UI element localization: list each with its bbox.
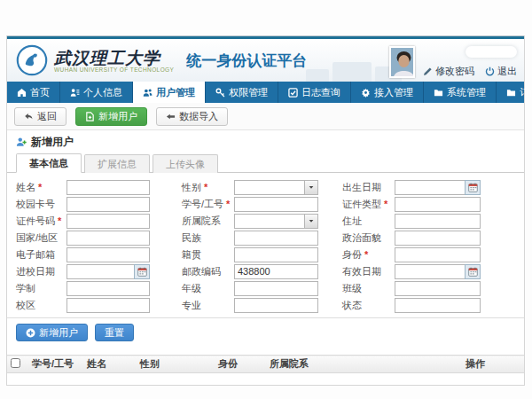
doc-plus-icon bbox=[85, 112, 95, 121]
change-password-label: 修改密码 bbox=[435, 65, 474, 78]
home-icon bbox=[17, 88, 27, 98]
field-cell-political-status bbox=[395, 230, 481, 246]
student-id-input[interactable] bbox=[234, 197, 318, 212]
nav-item-subscription-management[interactable]: 订阅管理 bbox=[497, 82, 532, 103]
reset-button-label: 重置 bbox=[105, 326, 124, 340]
field-label-education-length: 学制 bbox=[16, 280, 66, 296]
required-asterisk: * bbox=[226, 199, 230, 209]
enroll-date-date-field bbox=[66, 264, 150, 279]
dropdown-button[interactable] bbox=[304, 215, 317, 228]
field-cell-identity bbox=[395, 246, 481, 262]
email-input[interactable] bbox=[66, 247, 150, 262]
field-label-native-place: 籍贯 bbox=[150, 246, 234, 262]
calendar-button[interactable] bbox=[465, 180, 481, 195]
column-header-student-id: 学号/工号 bbox=[28, 356, 83, 373]
department-select[interactable] bbox=[234, 214, 318, 229]
university-wordmark: 武汉理工大学 WUHAN UNIVERSITY OF TECHNOLOGY bbox=[54, 49, 174, 73]
country-region-input[interactable] bbox=[66, 231, 150, 246]
data-import-button[interactable]: 数据导入 bbox=[156, 107, 228, 126]
tab-extended-info[interactable]: 扩展信息 bbox=[84, 154, 150, 173]
field-cell-country-region bbox=[66, 230, 150, 246]
birth-date-input[interactable] bbox=[395, 180, 465, 195]
change-password-link[interactable]: 修改密码 bbox=[423, 65, 474, 78]
id-number-input[interactable] bbox=[66, 214, 150, 229]
id-type-input[interactable] bbox=[395, 197, 481, 212]
name-input[interactable] bbox=[66, 180, 150, 195]
field-cell-id-number bbox=[66, 213, 150, 229]
required-asterisk: * bbox=[364, 249, 368, 260]
university-name-en: WUHAN UNIVERSITY OF TECHNOLOGY bbox=[54, 66, 174, 73]
nav-item-home[interactable]: 首页 bbox=[7, 82, 60, 103]
user-avatar bbox=[389, 46, 415, 78]
campus-card-no-input[interactable] bbox=[66, 197, 150, 212]
required-asterisk: * bbox=[38, 182, 42, 192]
gender-select-value bbox=[235, 181, 304, 194]
identity-input[interactable] bbox=[395, 247, 481, 262]
nav-item-access-management[interactable]: 接入管理 bbox=[351, 82, 424, 103]
user-table: 学号/工号姓名性别身份所属院系操作 bbox=[7, 355, 524, 385]
logout-link[interactable]: 退出 bbox=[485, 65, 517, 78]
political-status-input[interactable] bbox=[395, 231, 481, 246]
submit-add-user-button[interactable]: 新增用户 bbox=[16, 324, 88, 341]
reset-button[interactable]: 重置 bbox=[95, 324, 134, 341]
nav-item-label: 权限管理 bbox=[229, 86, 268, 99]
field-label-campus: 校区 bbox=[16, 297, 66, 313]
major-input[interactable] bbox=[234, 298, 318, 313]
plus-circle-icon bbox=[26, 328, 35, 338]
valid-date-input[interactable] bbox=[395, 264, 465, 279]
field-label-address: 住址 bbox=[318, 213, 395, 229]
nav-item-permission-management[interactable]: 权限管理 bbox=[206, 82, 278, 103]
education-length-input[interactable] bbox=[66, 281, 150, 296]
dropdown-button[interactable] bbox=[304, 181, 317, 194]
grade-input[interactable] bbox=[234, 281, 318, 296]
nav-item-label: 个人信息 bbox=[83, 86, 122, 99]
redacted-username bbox=[466, 46, 517, 58]
tab-basic-info[interactable]: 基本信息 bbox=[16, 153, 82, 173]
field-label-country-region: 国家/地区 bbox=[16, 230, 66, 246]
postal-code-input[interactable] bbox=[234, 264, 318, 279]
field-cell-native-place bbox=[234, 246, 318, 262]
field-cell-address bbox=[395, 213, 481, 229]
nav-item-personal-info[interactable]: 个人信息 bbox=[60, 82, 133, 103]
calendar-button[interactable] bbox=[465, 264, 481, 279]
nav-item-user-management[interactable]: 用户管理 bbox=[133, 82, 206, 103]
calendar-button[interactable] bbox=[134, 264, 150, 279]
tab-upload-avatar[interactable]: 上传头像 bbox=[153, 154, 218, 173]
back-button[interactable]: 返回 bbox=[14, 107, 66, 126]
field-cell-gender bbox=[234, 179, 318, 195]
class-input[interactable] bbox=[395, 281, 481, 296]
university-name-cn: 武汉理工大学 bbox=[54, 49, 174, 66]
field-label-identity: 身份* bbox=[318, 246, 395, 262]
field-label-department: 所属院系 bbox=[150, 213, 234, 229]
required-asterisk: * bbox=[204, 182, 207, 192]
import-arrow-icon bbox=[166, 112, 176, 121]
column-header-identity: 身份 bbox=[215, 356, 266, 373]
select-all-checkbox[interactable] bbox=[11, 358, 20, 368]
nav-item-label: 系统管理 bbox=[447, 86, 486, 99]
field-label-major: 专业 bbox=[150, 297, 234, 313]
enroll-date-input[interactable] bbox=[66, 264, 134, 279]
gender-select[interactable] bbox=[234, 180, 318, 195]
campus-input[interactable] bbox=[66, 298, 150, 313]
field-cell-birth-date bbox=[395, 179, 481, 195]
table-empty-cell bbox=[7, 373, 524, 385]
status-input[interactable] bbox=[395, 298, 481, 313]
user-list-icon bbox=[70, 88, 80, 98]
back-arrow-icon bbox=[24, 112, 34, 121]
address-input[interactable] bbox=[395, 214, 481, 229]
caret-down-icon bbox=[308, 217, 315, 224]
required-asterisk: * bbox=[58, 215, 61, 226]
nav-item-system-management[interactable]: 系统管理 bbox=[424, 82, 497, 103]
app-header: 武汉理工大学 WUHAN UNIVERSITY OF TECHNOLOGY 统一… bbox=[7, 39, 524, 82]
native-place-input[interactable] bbox=[234, 247, 318, 262]
header-user-area: 修改密码 退出 bbox=[389, 46, 517, 78]
field-label-political-status: 政治面貌 bbox=[318, 230, 395, 246]
nav-item-log-query[interactable]: 日志查询 bbox=[278, 82, 351, 103]
field-label-grade: 年级 bbox=[150, 280, 234, 296]
new-user-button[interactable]: 新增用户 bbox=[75, 107, 147, 126]
campus-skyline-decoration bbox=[306, 62, 402, 82]
user-add-icon bbox=[16, 137, 27, 147]
users-icon bbox=[143, 88, 153, 98]
caret-down-icon bbox=[308, 184, 315, 191]
ethnicity-input[interactable] bbox=[234, 231, 318, 246]
